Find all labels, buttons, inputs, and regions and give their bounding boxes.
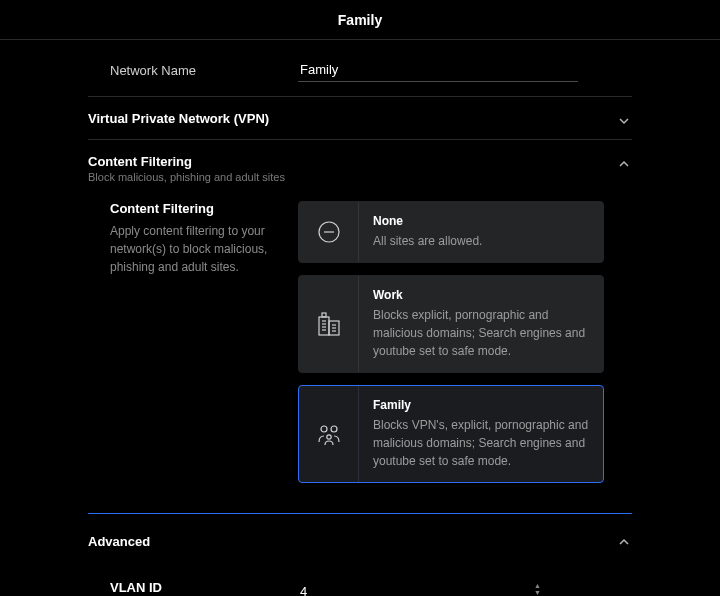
content-filtering-subtitle: Block malicious, phishing and adult site…	[88, 171, 285, 183]
family-icon	[299, 386, 359, 482]
content-filtering-toggle[interactable]: Content Filtering Block malicious, phish…	[88, 140, 632, 193]
network-name-input[interactable]	[298, 58, 578, 82]
svg-point-14	[326, 435, 330, 439]
stepper-up-icon: ▲	[534, 582, 544, 589]
content-filtering-left-desc: Apply content filtering to your network(…	[110, 222, 278, 276]
vlan-id-label: VLAN ID	[110, 580, 298, 595]
vpn-title: Virtual Private Network (VPN)	[88, 111, 269, 126]
stepper-down-icon: ▼	[534, 589, 544, 596]
content-filtering-section: Content Filtering Block malicious, phish…	[88, 139, 632, 513]
vpn-section-toggle[interactable]: Virtual Private Network (VPN)	[88, 97, 632, 139]
advanced-toggle[interactable]: Advanced	[88, 514, 632, 564]
vlan-stepper[interactable]: ▲ ▼	[534, 580, 544, 596]
filter-option-title: None	[373, 214, 589, 228]
content-filtering-left-title: Content Filtering	[110, 201, 278, 216]
vlan-left: VLAN ID Enter the vlan for this local ar…	[88, 580, 298, 596]
content-filtering-body: Content Filtering Apply content filterin…	[88, 193, 632, 513]
filter-option-title: Work	[373, 288, 589, 302]
filter-option-none[interactable]: None All sites are allowed.	[298, 201, 604, 263]
network-name-row: Network Name	[88, 40, 632, 96]
vlan-id-input[interactable]	[298, 580, 546, 596]
filter-options: None All sites are allowed.	[298, 201, 604, 483]
page-title: Family	[338, 12, 382, 28]
svg-rect-2	[319, 317, 329, 335]
chevron-up-icon	[616, 534, 632, 550]
content-filtering-left: Content Filtering Apply content filterin…	[88, 201, 298, 483]
network-name-label: Network Name	[88, 63, 298, 78]
none-icon	[299, 202, 359, 262]
vlan-row: VLAN ID Enter the vlan for this local ar…	[88, 564, 632, 596]
filter-option-title: Family	[373, 398, 589, 412]
office-icon	[299, 276, 359, 372]
svg-point-13	[331, 426, 337, 432]
filter-option-family[interactable]: Family Blocks VPN's, explicit, pornograp…	[298, 385, 604, 483]
content-filtering-title: Content Filtering	[88, 154, 285, 169]
filter-option-desc: Blocks VPN's, explicit, pornographic and…	[373, 416, 589, 470]
filter-option-desc: Blocks explicit, pornographic and malici…	[373, 306, 589, 360]
page-header: Family	[0, 0, 720, 40]
filter-option-desc: All sites are allowed.	[373, 232, 589, 250]
filter-option-work[interactable]: Work Blocks explicit, pornographic and m…	[298, 275, 604, 373]
chevron-up-icon	[616, 156, 632, 172]
chevron-down-icon	[616, 113, 632, 129]
svg-point-12	[321, 426, 327, 432]
advanced-title: Advanced	[88, 534, 150, 549]
vpn-section: Virtual Private Network (VPN)	[88, 96, 632, 139]
svg-rect-11	[322, 313, 326, 317]
